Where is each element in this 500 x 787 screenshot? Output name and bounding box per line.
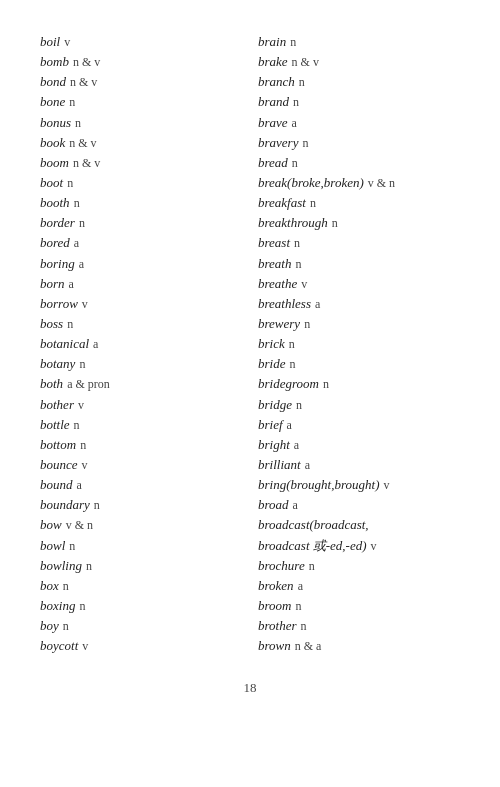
pos: n & v: [69, 134, 96, 153]
word: bottom: [40, 435, 76, 455]
list-item: brickn: [258, 334, 460, 354]
list-item: breweryn: [258, 314, 460, 334]
word: both: [40, 374, 63, 394]
word: broom: [258, 596, 291, 616]
list-item: borna: [40, 274, 242, 294]
word: broadcast(broadcast,: [258, 515, 369, 535]
pos: a: [69, 275, 74, 294]
word: bright: [258, 435, 290, 455]
word: brave: [258, 113, 288, 133]
pos: n: [295, 255, 301, 274]
list-item: borrowv: [40, 294, 242, 314]
list-item: bravea: [258, 113, 460, 133]
list-item: bonusn: [40, 113, 242, 133]
list-item: bridegroomn: [258, 374, 460, 394]
list-item: boreda: [40, 233, 242, 253]
word: bridegroom: [258, 374, 319, 394]
list-item: breathev: [258, 274, 460, 294]
list-item: bonen: [40, 92, 242, 112]
word: boycott: [40, 636, 78, 656]
pos: v: [64, 33, 70, 52]
list-item: bondn & v: [40, 72, 242, 92]
list-item: brillianta: [258, 455, 460, 475]
list-item: brainn: [258, 32, 460, 52]
pos: a: [298, 577, 303, 596]
pos: n: [79, 355, 85, 374]
list-item: bottomn: [40, 435, 242, 455]
word: breathe: [258, 274, 297, 294]
word: broadcast 或-ed,-ed): [258, 536, 367, 556]
list-item: breathlessa: [258, 294, 460, 314]
word: break(broke,broken): [258, 173, 364, 193]
list-item: breastn: [258, 233, 460, 253]
word: brewery: [258, 314, 300, 334]
word: bond: [40, 72, 66, 92]
word: brief: [258, 415, 283, 435]
word: boot: [40, 173, 63, 193]
word: bowl: [40, 536, 65, 556]
list-item: bounda: [40, 475, 242, 495]
word: box: [40, 576, 59, 596]
word: broad: [258, 495, 289, 515]
columns-container: boilvbombn & vbondn & vbonenbonusnbookn …: [40, 32, 460, 656]
pos: n: [75, 114, 81, 133]
pos: a: [292, 114, 297, 133]
pos: n: [67, 174, 73, 193]
list-item: broadcast(broadcast,: [258, 515, 460, 535]
word: botany: [40, 354, 75, 374]
pos: n: [94, 496, 100, 515]
pos: n & a: [295, 637, 322, 656]
word: bread: [258, 153, 288, 173]
word: breakthrough: [258, 213, 328, 233]
list-item: botha & pron: [40, 374, 242, 394]
word: bounce: [40, 455, 78, 475]
pos: v: [82, 637, 88, 656]
word: bravery: [258, 133, 298, 153]
pos: n & v: [73, 53, 100, 72]
word: brilliant: [258, 455, 301, 475]
list-item: briefa: [258, 415, 460, 435]
word: boom: [40, 153, 69, 173]
word: bowling: [40, 556, 82, 576]
pos: n: [86, 557, 92, 576]
word: born: [40, 274, 65, 294]
pos: v: [383, 476, 389, 495]
word: brown: [258, 636, 291, 656]
pos: n: [323, 375, 329, 394]
list-item: breakthroughn: [258, 213, 460, 233]
word: brother: [258, 616, 297, 636]
pos: v & n: [368, 174, 395, 193]
word: boy: [40, 616, 59, 636]
pos: a: [293, 496, 298, 515]
list-item: boomn & v: [40, 153, 242, 173]
word: bride: [258, 354, 285, 374]
list-item: bottlen: [40, 415, 242, 435]
word: broken: [258, 576, 294, 596]
list-item: breadn: [258, 153, 460, 173]
word: bone: [40, 92, 65, 112]
right-column: brainnbraken & vbranchnbrandnbraveabrave…: [258, 32, 460, 656]
pos: n: [79, 597, 85, 616]
list-item: bowlingn: [40, 556, 242, 576]
list-item: bowv & n: [40, 515, 242, 535]
list-item: brothern: [258, 616, 460, 636]
list-item: braveryn: [258, 133, 460, 153]
pos: a: [287, 416, 292, 435]
word: bow: [40, 515, 62, 535]
list-item: breathn: [258, 254, 460, 274]
pos: v: [78, 396, 84, 415]
word: breast: [258, 233, 290, 253]
word: brand: [258, 92, 289, 112]
list-item: brokena: [258, 576, 460, 596]
list-item: bookn & v: [40, 133, 242, 153]
pos: a: [77, 476, 82, 495]
list-item: bootn: [40, 173, 242, 193]
list-item: boilv: [40, 32, 242, 52]
list-item: bombn & v: [40, 52, 242, 72]
pos: n: [69, 537, 75, 556]
list-item: brownn & a: [258, 636, 460, 656]
word: boxing: [40, 596, 75, 616]
pos: n: [69, 93, 75, 112]
list-item: bouncev: [40, 455, 242, 475]
pos: n: [290, 33, 296, 52]
